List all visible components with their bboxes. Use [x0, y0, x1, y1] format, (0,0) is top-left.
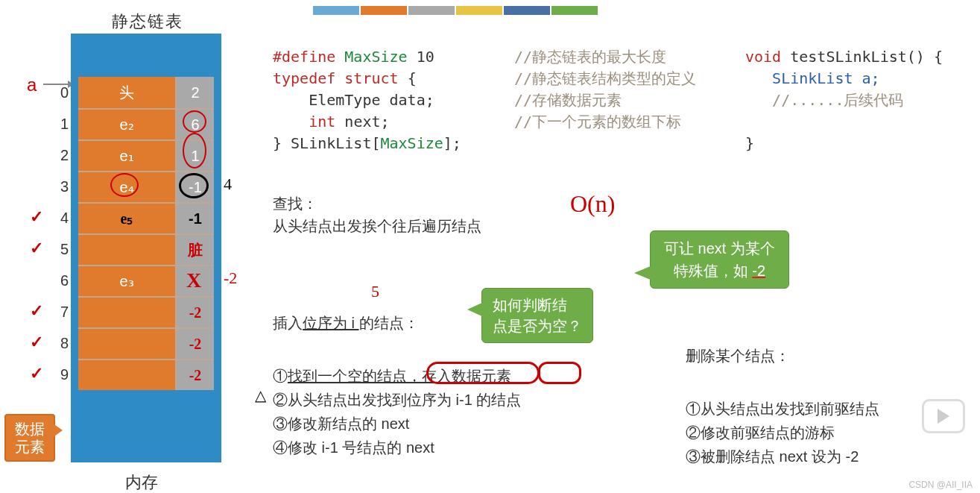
search-title: 查找： [273, 192, 317, 216]
triangle-annotation: △ [255, 386, 266, 404]
ellipse-annotation [538, 362, 581, 384]
code-test-fn: void testSLinkList() { SLinkList a; //..… [745, 46, 943, 154]
circle-annotation [179, 173, 209, 198]
check-icon: ✓ [30, 333, 43, 352]
handwritten-minus2: -2 [224, 269, 237, 288]
circle-annotation [183, 110, 206, 133]
row-index: 5 [46, 241, 69, 258]
watermark: CSDN @AII_IIA [908, 480, 973, 490]
cell-data [78, 298, 175, 327]
swatch [361, 6, 407, 15]
insert-line: 插入位序为 i 的结点： [273, 312, 419, 335]
cell-next: 2 [175, 77, 214, 108]
diagram-title: 静态链表 [112, 10, 183, 33]
code-struct-def: #define MaxSize 10 typedef struct { Elem… [273, 46, 461, 154]
cell-data [78, 360, 175, 390]
cell-data [78, 329, 175, 359]
row-index: 8 [46, 335, 69, 352]
handwritten-4: 4 [224, 175, 232, 194]
swatch [456, 6, 502, 15]
cell-data: 头 [78, 77, 175, 108]
search-body: 从头结点出发挨个往后遍历结点 [273, 215, 481, 238]
cell-data: e₁ [78, 141, 175, 171]
check-icon: ✓ [30, 239, 43, 258]
circle-annotation [183, 133, 206, 169]
code-comments: //静态链表的最大长度 //静态链表结构类型的定义 //存储数据元素 //下一个… [514, 46, 696, 133]
handwritten-5: 5 [371, 282, 379, 301]
check-icon: ✓ [30, 364, 43, 383]
memory-label: 内存 [125, 471, 158, 493]
table-row: -2 [78, 359, 214, 390]
row-index: 9 [46, 366, 69, 383]
row-index: 7 [46, 304, 69, 321]
swatch [551, 6, 598, 15]
cell-data: e₃ [78, 266, 175, 296]
table-row: -2 [78, 327, 214, 359]
row-index: 6 [46, 272, 69, 289]
row-index: 3 [46, 178, 69, 195]
swatch [313, 6, 359, 15]
cell-data: e₅ [78, 204, 175, 233]
play-icon[interactable] [922, 399, 965, 433]
swatch [408, 6, 455, 15]
delete-steps: ①从头结点出发找到前驱结点 ②修改前驱结点的游标 ③被删除结点 next 设为 … [686, 397, 879, 468]
row-index: 4 [46, 210, 69, 227]
memory-block: 头 2 e₂ 6 e₁ 1 e₄ -1 e₅ -1 脏 e₃ -2 [71, 34, 221, 462]
check-icon: ✓ [30, 301, 43, 321]
ellipse-annotation [426, 362, 540, 384]
check-icon: ✓ [30, 207, 43, 227]
table-row: 头 2 [78, 77, 214, 108]
swatch [504, 6, 550, 15]
row-index: 0 [46, 84, 69, 101]
cell-next: 脏 [175, 235, 214, 265]
speech-bubble-special-value: 可让 next 为某个 特殊值，如 -2 [650, 230, 789, 289]
color-swatches [313, 6, 599, 15]
speech-bubble-empty-check: 如何判断结点是否为空？ [481, 288, 593, 343]
table-row: 脏 [78, 233, 214, 265]
cell-data [78, 235, 175, 265]
cell-next: -2 [175, 298, 214, 327]
table-row: e₅ -1 [78, 202, 214, 233]
cell-data: e₂ [78, 110, 175, 139]
pointer-a-label: a [27, 75, 37, 95]
cell-next: -1 [175, 204, 214, 233]
table-row: -2 [78, 296, 214, 327]
row-index: 1 [46, 116, 69, 133]
row-index: 2 [46, 147, 69, 164]
data-element-label: 数据 元素 [4, 414, 55, 462]
cell-next: -2 [175, 360, 214, 390]
circle-annotation [110, 173, 139, 197]
cell-next: -2 [175, 329, 214, 359]
delete-title: 删除某个结点： [686, 345, 790, 368]
big-o-annotation: O(n) [570, 190, 615, 218]
x-mark-annotation: X [186, 269, 201, 292]
